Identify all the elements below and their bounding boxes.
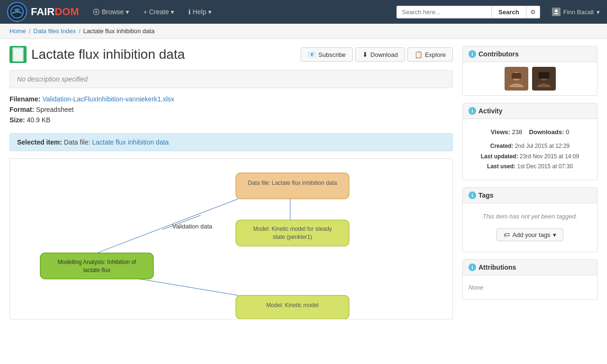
page-title: Lactate flux inhibition data [31,47,185,62]
attribution-none-text: None [469,281,591,294]
activity-panel: i Activity Views: 238 Downloads: 0 Creat… [462,103,598,180]
user-icon [552,8,561,16]
search-form: Search ⚙ [396,6,540,18]
attributions-body: None [463,275,597,300]
breadcrumb-home[interactable]: Home [9,27,26,35]
diagram-area: Validation data Data file: Lactate flux … [9,158,453,319]
activity-dates: Created: 2nd Jul 2015 at 12:29 Last upda… [469,139,591,174]
brand-logo-link[interactable]: FAIRDOM [7,2,79,22]
attributions-panel: i Attributions None [462,259,598,300]
content-area: Lactate flux inhibition data 📧 Subscribe… [9,46,453,319]
svg-rect-17 [512,73,521,79]
breadcrumb-index[interactable]: Data files Index [33,27,76,35]
size-row: Size: 40.9 KB [9,116,453,124]
data-file-node-line1: Data file: Lactate flux inhibition data [248,180,337,186]
browse-menu[interactable]: Browse ▾ [88,5,134,18]
navbar: FAIRDOM Browse ▾ + Create ▾ ℹ Help ▾ Sea… [0,0,607,24]
selected-item-box: Selected item: Data file: Lactate flux i… [9,133,453,151]
validation-label: Validation data [172,223,212,230]
filename-row: Filename: Validation-LacFluxInhibition-v… [9,95,453,103]
svg-text:state (penkler1): state (penkler1) [273,234,312,240]
svg-rect-20 [538,72,550,79]
svg-rect-10 [236,220,349,246]
brand-name: FAIRDOM [31,6,79,18]
svg-rect-12 [40,253,154,279]
logo-icon [7,2,27,22]
subscribe-icon: 📧 [308,51,316,58]
svg-text:lactate flux: lactate flux [83,267,110,273]
format-row: Format: Spreadsheet [9,106,453,113]
tag-icon: 🏷 [504,231,510,238]
attributions-info-icon: i [469,264,476,271]
attributions-header: i Attributions [463,260,597,275]
add-tags-button[interactable]: 🏷 Add your tags ▾ [497,228,563,241]
tags-header: i Tags [463,188,597,203]
description-text: No description specified [17,75,88,83]
action-buttons: 📧 Subscribe ⬇ Download 📋 Explore [301,47,453,62]
activity-body: Views: 238 Downloads: 0 Created: 2nd Jul… [463,119,597,180]
sidebar: i Contributors [462,46,598,319]
activity-info-icon: i [469,107,476,115]
description-box: No description specified [9,70,453,88]
filename-link[interactable]: Validation-LacFluxInhibition-vanniekerk1… [42,95,174,103]
main-container: Lactate flux inhibition data 📧 Subscribe… [0,39,607,327]
page-title-area: Lactate flux inhibition data [9,46,185,63]
selected-item-link[interactable]: Lactate flux inhibition data [92,138,169,146]
activity-header: i Activity [463,103,597,119]
search-input[interactable] [396,6,491,18]
model-node1-line1: Model: Kinetic model for steady [253,226,332,232]
contributors-info-icon: i [469,50,476,58]
breadcrumb: Home / Data files Index / Lactate flux i… [0,24,607,39]
svg-line-8 [125,277,239,296]
download-icon: ⬇ [362,51,368,58]
user-menu[interactable]: Finn Bacall ▾ [552,8,600,16]
contributors-header: i Contributors [463,46,597,62]
tags-empty-message: This item has not yet been tagged. [469,209,591,224]
tags-panel: i Tags This item has not yet been tagged… [462,187,598,252]
contributors-avatars [463,62,597,95]
contributors-panel: i Contributors [462,46,598,96]
modelling-node-line1: Modelling Analysis: Inhibition of [57,259,136,265]
svg-point-4 [555,9,558,12]
activity-stats: Views: 238 Downloads: 0 [469,125,591,139]
file-icon [9,46,27,63]
contributor-avatar-1[interactable] [505,67,528,91]
diagram-svg: Validation data Data file: Lactate flux … [10,159,452,319]
model-node2-line1: Model: Kinetic model [266,302,319,309]
explore-icon: 📋 [414,51,423,58]
download-button[interactable]: ⬇ Download [355,47,405,62]
tags-info-icon: i [469,191,476,199]
create-menu[interactable]: + Create ▾ [138,5,179,18]
page-header: Lactate flux inhibition data 📧 Subscribe… [9,46,453,63]
search-button[interactable]: Search [491,6,526,18]
metadata: Filename: Validation-LacFluxInhibition-v… [9,95,453,124]
tags-body: This item has not yet been tagged. 🏷 Add… [463,203,597,252]
explore-button[interactable]: 📋 Explore [407,47,453,62]
subscribe-button[interactable]: 📧 Subscribe [301,47,353,62]
help-menu[interactable]: ℹ Help ▾ [184,5,216,18]
breadcrumb-current: Lactate flux inhibition data [83,27,155,35]
svg-line-6 [97,199,238,253]
settings-icon-button[interactable]: ⚙ [526,6,540,18]
contributor-avatar-2[interactable] [532,67,556,91]
